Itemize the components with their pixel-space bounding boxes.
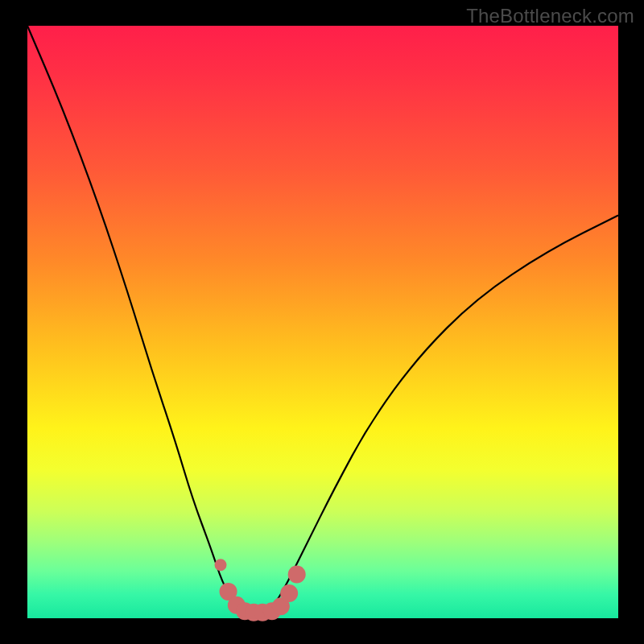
chart-svg — [0, 0, 644, 644]
highlight-dot — [215, 559, 227, 571]
bottleneck-curve-path — [27, 26, 618, 613]
chart-frame: TheBottleneck.com — [0, 0, 644, 644]
highlight-band — [215, 559, 306, 621]
watermark-text: TheBottleneck.com — [466, 5, 634, 27]
highlight-dot — [288, 566, 306, 584]
highlight-dot — [280, 584, 298, 602]
bottleneck-curve — [27, 26, 618, 613]
